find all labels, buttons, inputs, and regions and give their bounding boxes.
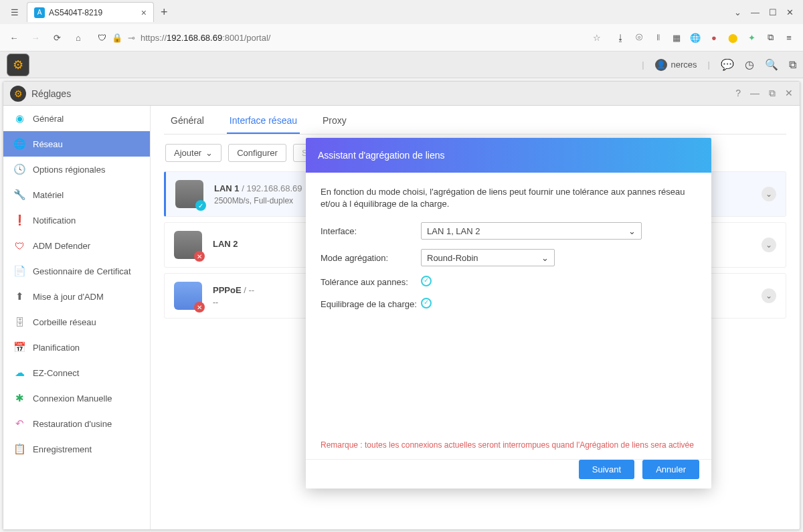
ext-download-icon[interactable]: ⭳ xyxy=(614,31,626,43)
ext-shield-icon[interactable]: ⦾ xyxy=(633,31,645,43)
sidebar-icon: ✱ xyxy=(13,391,26,405)
mode-label: Mode agrégation: xyxy=(321,253,421,263)
interface-label: Interface: xyxy=(321,226,421,236)
sidebar-item-enregistrement[interactable]: 📋Enregistrement xyxy=(3,436,150,462)
search-icon[interactable]: 🔍 xyxy=(765,58,778,71)
sidebar-icon: 🗄 xyxy=(13,315,26,329)
sidebar-icon: ⬆ xyxy=(13,290,26,303)
sidebar-icon: 🕓 xyxy=(13,163,26,176)
sidebar-item-adm-defender[interactable]: 🛡ADM Defender xyxy=(3,233,150,258)
expand-icon[interactable]: ⌄ xyxy=(762,288,776,303)
lock-icon[interactable]: 🔒 xyxy=(112,33,122,43)
interface-select[interactable]: LAN 1, LAN 2 ⌄ xyxy=(421,222,642,240)
mode-select[interactable]: Round-Robin ⌄ xyxy=(421,249,555,266)
tab-interface-r-seau[interactable]: Interface réseau xyxy=(227,115,300,134)
configure-button[interactable]: Configurer xyxy=(228,144,286,162)
bookmark-star-icon[interactable]: ☆ xyxy=(593,33,601,43)
window-maximize-icon[interactable]: ☐ xyxy=(769,7,777,17)
ext-globe-icon[interactable]: 🌐 xyxy=(689,31,701,43)
sidebar-icon: ☁ xyxy=(13,366,26,379)
sidebar-icon: 📅 xyxy=(13,341,26,354)
chevron-down-icon: ⌄ xyxy=(205,148,213,158)
sidebar-item-notification[interactable]: ❗Notification xyxy=(3,207,150,233)
sidebar-item-planification[interactable]: 📅Planification xyxy=(3,335,150,360)
user-menu[interactable]: 👤 nerces xyxy=(655,59,697,71)
sidebar-item-options-r-gionales[interactable]: 🕓Options régionales xyxy=(3,157,150,182)
sidebar-item-label: Enregistrement xyxy=(33,444,92,454)
port-icon xyxy=(175,180,203,208)
balancing-label: Equilibrage de la charge: xyxy=(321,299,421,309)
nav-back-icon[interactable]: ← xyxy=(8,33,20,43)
address-bar[interactable]: 🛡 🔒 ⊸ https://192.168.68.69:8001/portal/… xyxy=(91,27,608,48)
tolerance-label: Tolérance aux pannes: xyxy=(321,277,421,287)
divider: | xyxy=(642,60,644,70)
sidebar-item-g-n-ral[interactable]: ◉Général xyxy=(3,106,150,131)
shield-icon[interactable]: 🛡 xyxy=(98,33,106,43)
sidebar-item-label: Restauration d'usine xyxy=(33,419,112,429)
port-icon xyxy=(174,282,202,310)
modal-intro: En fonction du mode choisi, l'agrégation… xyxy=(321,186,697,210)
minimize-icon[interactable]: — xyxy=(750,88,760,99)
sidebar-icon: 📄 xyxy=(13,264,26,278)
new-tab-button[interactable]: + xyxy=(157,5,172,19)
sidebar-item-mat-riel[interactable]: 🔧Matériel xyxy=(3,182,150,207)
sidebar-item-gestionnaire-de-certificat[interactable]: 📄Gestionnaire de Certificat xyxy=(3,258,150,284)
close-icon[interactable]: ✕ xyxy=(785,88,793,99)
tab-g-n-ral[interactable]: Général xyxy=(168,115,207,134)
divider: | xyxy=(708,60,710,70)
sidebar-item-label: Connexion Manuelle xyxy=(33,393,112,404)
activity-icon[interactable]: ◷ xyxy=(745,58,754,71)
sidebar-icon: 📋 xyxy=(13,442,26,456)
maximize-icon[interactable]: ⧉ xyxy=(769,88,776,99)
check-icon xyxy=(421,276,432,286)
cancel-button[interactable]: Annuler xyxy=(642,460,699,479)
nav-home-icon[interactable]: ⌂ xyxy=(72,33,84,43)
ext-bars-icon[interactable]: ⦀ xyxy=(652,31,664,43)
username: nerces xyxy=(671,60,697,70)
sidebar-icon: 🛡 xyxy=(13,239,26,252)
chevron-down-icon: ⌄ xyxy=(628,226,636,236)
nav-reload-icon[interactable]: ⟳ xyxy=(51,33,63,43)
close-tab-icon[interactable]: × xyxy=(141,7,147,18)
permissions-icon[interactable]: ⊸ xyxy=(128,33,135,43)
sidebar-item-label: ADM Defender xyxy=(33,241,90,251)
sidebar-item-label: Options régionales xyxy=(33,165,105,175)
sidebar-item-label: EZ-Connect xyxy=(33,368,79,378)
ext-grid-icon[interactable]: ▦ xyxy=(671,31,683,43)
sidebar-item-corbeille-r-seau[interactable]: 🗄Corbeille réseau xyxy=(3,309,150,335)
tab-proxy[interactable]: Proxy xyxy=(320,115,349,134)
next-button[interactable]: Suivant xyxy=(579,460,634,479)
chevron-down-icon[interactable]: ⌄ xyxy=(734,7,741,17)
ext-bell-icon[interactable]: ⬤ xyxy=(727,31,739,43)
expand-icon[interactable]: ⌄ xyxy=(762,187,776,201)
sidebar-item-r-seau[interactable]: 🌐Réseau xyxy=(3,131,150,157)
ext-pin-icon[interactable]: ✦ xyxy=(745,31,757,43)
help-icon[interactable]: ? xyxy=(735,88,741,99)
ext-app-icon[interactable]: ⧉ xyxy=(764,31,776,43)
messages-icon[interactable]: 💬 xyxy=(721,58,734,71)
widgets-icon[interactable]: ⧉ xyxy=(789,59,796,71)
sidebar-item-connexion-manuelle[interactable]: ✱Connexion Manuelle xyxy=(3,385,150,411)
modal-title: Assistant d'agrégation de liens xyxy=(318,150,444,161)
sidebar-item-label: Corbeille réseau xyxy=(33,317,96,327)
sidebar-item-mise-jour-d-adm[interactable]: ⬆Mise à jour d'ADM xyxy=(3,284,150,309)
ext-dot-icon[interactable]: ● xyxy=(708,31,720,43)
favicon-icon: A xyxy=(34,7,45,18)
sidebar-toggle-icon[interactable]: ☰ xyxy=(5,3,24,21)
sidebar-item-ez-connect[interactable]: ☁EZ-Connect xyxy=(3,360,150,385)
modal-remark: Remarque : toutes les connexions actuell… xyxy=(306,440,711,460)
window-minimize-icon[interactable]: — xyxy=(751,7,760,17)
link-aggregation-wizard: Assistant d'agrégation de liens En fonct… xyxy=(306,138,711,489)
port-icon xyxy=(174,231,202,259)
tab-title: AS5404T-8219 xyxy=(49,8,137,17)
sidebar-item-label: Gestionnaire de Certificat xyxy=(33,266,131,276)
sidebar-icon: ↶ xyxy=(13,417,26,430)
sidebar-item-restauration-d-usine[interactable]: ↶Restauration d'usine xyxy=(3,411,150,436)
add-button[interactable]: Ajouter⌄ xyxy=(165,144,221,162)
browser-menu-icon[interactable]: ≡ xyxy=(783,31,795,43)
adm-logo-icon[interactable]: ⚙ xyxy=(7,54,29,76)
expand-icon[interactable]: ⌄ xyxy=(762,238,776,252)
window-close-icon[interactable]: ✕ xyxy=(786,7,794,17)
gear-icon: ⚙ xyxy=(10,86,26,102)
browser-tab[interactable]: A AS5404T-8219 × xyxy=(27,2,154,22)
